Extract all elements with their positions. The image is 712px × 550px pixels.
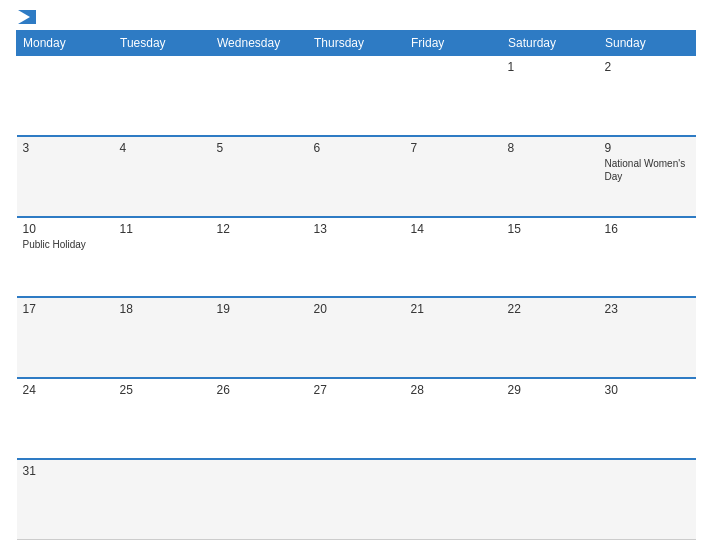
logo	[16, 10, 36, 24]
day-number: 24	[23, 383, 108, 397]
day-number: 17	[23, 302, 108, 316]
weekday-header-saturday: Saturday	[502, 31, 599, 56]
calendar-cell: 5	[211, 136, 308, 217]
day-number: 10	[23, 222, 108, 236]
calendar-cell	[405, 459, 502, 540]
day-number: 25	[120, 383, 205, 397]
calendar-cell: 12	[211, 217, 308, 298]
calendar-cell	[502, 459, 599, 540]
calendar-cell: 15	[502, 217, 599, 298]
calendar-cell: 20	[308, 297, 405, 378]
calendar-cell	[211, 459, 308, 540]
calendar-cell: 11	[114, 217, 211, 298]
weekday-header-sunday: Sunday	[599, 31, 696, 56]
calendar-cell: 14	[405, 217, 502, 298]
calendar-week-row: 31	[17, 459, 696, 540]
day-number: 26	[217, 383, 302, 397]
calendar-cell: 26	[211, 378, 308, 459]
calendar-cell: 19	[211, 297, 308, 378]
calendar-week-row: 3456789National Women's Day	[17, 136, 696, 217]
weekday-header-thursday: Thursday	[308, 31, 405, 56]
day-number: 12	[217, 222, 302, 236]
calendar-cell: 31	[17, 459, 114, 540]
calendar-cell: 28	[405, 378, 502, 459]
day-number: 14	[411, 222, 496, 236]
weekday-header-monday: Monday	[17, 31, 114, 56]
day-number: 6	[314, 141, 399, 155]
calendar-cell: 9National Women's Day	[599, 136, 696, 217]
logo-icon	[18, 10, 36, 24]
event-label: National Women's Day	[605, 157, 690, 183]
calendar-cell: 13	[308, 217, 405, 298]
calendar-cell: 21	[405, 297, 502, 378]
calendar-cell	[211, 56, 308, 137]
calendar-cell	[599, 459, 696, 540]
day-number: 9	[605, 141, 690, 155]
day-number: 19	[217, 302, 302, 316]
weekday-header-tuesday: Tuesday	[114, 31, 211, 56]
weekday-header-wednesday: Wednesday	[211, 31, 308, 56]
event-label: Public Holiday	[23, 238, 108, 251]
calendar-week-row: 17181920212223	[17, 297, 696, 378]
day-number: 27	[314, 383, 399, 397]
calendar-cell: 10Public Holiday	[17, 217, 114, 298]
calendar-cell: 4	[114, 136, 211, 217]
calendar-cell	[308, 56, 405, 137]
calendar-cell: 6	[308, 136, 405, 217]
day-number: 20	[314, 302, 399, 316]
day-number: 5	[217, 141, 302, 155]
day-number: 22	[508, 302, 593, 316]
calendar-cell: 17	[17, 297, 114, 378]
calendar-week-row: 10Public Holiday111213141516	[17, 217, 696, 298]
calendar-cell: 3	[17, 136, 114, 217]
day-number: 18	[120, 302, 205, 316]
calendar-cell: 25	[114, 378, 211, 459]
calendar-cell: 23	[599, 297, 696, 378]
calendar-cell	[114, 56, 211, 137]
calendar-week-row: 24252627282930	[17, 378, 696, 459]
day-number: 7	[411, 141, 496, 155]
calendar-cell: 27	[308, 378, 405, 459]
calendar-week-row: 12	[17, 56, 696, 137]
weekday-header-row: MondayTuesdayWednesdayThursdayFridaySatu…	[17, 31, 696, 56]
day-number: 31	[23, 464, 108, 478]
calendar-header	[16, 10, 696, 24]
day-number: 11	[120, 222, 205, 236]
day-number: 29	[508, 383, 593, 397]
day-number: 13	[314, 222, 399, 236]
calendar-cell	[308, 459, 405, 540]
day-number: 23	[605, 302, 690, 316]
calendar-cell: 2	[599, 56, 696, 137]
calendar-cell: 24	[17, 378, 114, 459]
calendar-cell: 8	[502, 136, 599, 217]
calendar-cell: 30	[599, 378, 696, 459]
day-number: 30	[605, 383, 690, 397]
day-number: 3	[23, 141, 108, 155]
calendar-cell	[17, 56, 114, 137]
calendar-cell: 1	[502, 56, 599, 137]
calendar-cell: 29	[502, 378, 599, 459]
calendar-cell: 16	[599, 217, 696, 298]
weekday-header-friday: Friday	[405, 31, 502, 56]
calendar-cell: 7	[405, 136, 502, 217]
calendar-cell	[405, 56, 502, 137]
day-number: 2	[605, 60, 690, 74]
calendar-cell: 22	[502, 297, 599, 378]
day-number: 8	[508, 141, 593, 155]
day-number: 15	[508, 222, 593, 236]
day-number: 28	[411, 383, 496, 397]
calendar-cell	[114, 459, 211, 540]
day-number: 16	[605, 222, 690, 236]
calendar-cell: 18	[114, 297, 211, 378]
calendar-table: MondayTuesdayWednesdayThursdayFridaySatu…	[16, 30, 696, 540]
day-number: 4	[120, 141, 205, 155]
day-number: 1	[508, 60, 593, 74]
day-number: 21	[411, 302, 496, 316]
